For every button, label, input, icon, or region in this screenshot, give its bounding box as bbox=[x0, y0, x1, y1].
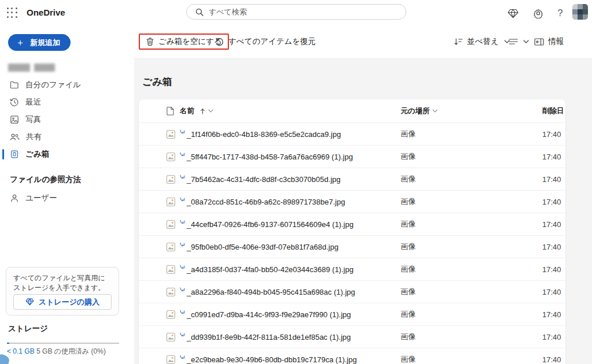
file-name[interactable]: _a8a2296a-f840-494b-b045-95c415a698ac (1… bbox=[180, 287, 401, 296]
shortcut-arrow-icon bbox=[180, 310, 185, 315]
location-column-header[interactable]: 元の場所 bbox=[401, 106, 542, 116]
app-launcher-icon[interactable] bbox=[6, 6, 18, 19]
shortcut-arrow-icon bbox=[180, 265, 185, 270]
original-location: 画像 bbox=[401, 219, 542, 229]
file-name[interactable]: _1f14f06b-edc0-4b18-8369-e5c5e2cadca9.jp… bbox=[180, 129, 401, 139]
shortcut-arrow-icon bbox=[180, 220, 185, 225]
info-panel-button[interactable]: 情報 bbox=[534, 34, 564, 50]
name-header-label: 名前 bbox=[180, 106, 194, 116]
chevron-down-icon bbox=[432, 109, 438, 113]
view-options-button[interactable] bbox=[509, 34, 529, 50]
table-row[interactable]: _5ff447bc-1717-438d-b458-7a6a76ac6969 (1… bbox=[139, 145, 565, 168]
chevron-down-icon bbox=[208, 109, 213, 113]
table-row[interactable]: _a8a2296a-f840-494b-b045-95c415a698ac (1… bbox=[139, 280, 565, 303]
file-name[interactable]: _5ff447bc-1717-438d-b458-7a6a76ac6969 (1… bbox=[180, 152, 401, 161]
search-input[interactable] bbox=[209, 8, 382, 16]
table-row[interactable]: _44cefb47-0926-4fb6-9137-6071564609e4 (1… bbox=[139, 213, 565, 235]
sort-label: 並べ替え bbox=[467, 36, 499, 47]
sidebar-item-label: 自分のファイル bbox=[25, 80, 81, 90]
plus-icon: ＋ bbox=[16, 38, 25, 47]
main-content: ごみ箱 名前 元の場所 削除日 bbox=[134, 58, 592, 364]
clock-icon bbox=[10, 98, 19, 107]
top-bar: OneDrive ? bbox=[0, 0, 592, 28]
table-row[interactable]: _e2c9beab-9e30-49b6-80db-dbb19c7179ca (1… bbox=[139, 348, 565, 364]
table-header: 名前 元の場所 削除日 bbox=[139, 99, 565, 122]
storage-usage-link[interactable]: < 0.1 GB bbox=[7, 347, 35, 355]
people-icon bbox=[10, 132, 20, 142]
sidebar-item-shared[interactable]: 共有 bbox=[0, 128, 134, 146]
sidebar-item-recycle-bin[interactable]: ごみ箱 bbox=[0, 146, 134, 163]
sidebar-item-label: 写真 bbox=[25, 114, 41, 125]
diamond-icon bbox=[25, 298, 34, 306]
shortcut-arrow-icon bbox=[180, 355, 185, 360]
restore-all-button[interactable]: すべてのアイテムを復元 bbox=[210, 34, 320, 50]
file-name[interactable]: _c0991ed7-d9ba-414c-9f93-f9e29ae7f990 (1… bbox=[180, 310, 401, 319]
sidebar-item-users[interactable]: ユーザー bbox=[0, 190, 134, 207]
table-row[interactable]: _a4d3185f-0d37-4fa0-bb50-42e0344c3689 (1… bbox=[139, 258, 565, 280]
table-row[interactable]: _08a72ccd-851c-46b9-a62c-898971738be7.jp… bbox=[139, 190, 565, 213]
chevron-down-icon bbox=[523, 40, 529, 43]
deleted-time: 17:40 bbox=[542, 243, 565, 251]
recycle-bin-icon bbox=[10, 150, 19, 159]
sort-button[interactable]: 並べ替え bbox=[454, 34, 510, 50]
person-icon bbox=[10, 194, 19, 203]
shortcut-arrow-icon bbox=[180, 242, 185, 247]
settings-gear-icon[interactable] bbox=[532, 7, 545, 20]
file-name[interactable]: _44cefb47-0926-4fb6-9137-6071564609e4 (1… bbox=[180, 220, 401, 229]
info-panel-icon bbox=[534, 38, 544, 46]
file-name[interactable]: _dd939b1f-8e9b-442f-811a-581de1ef85ac (1… bbox=[180, 332, 401, 341]
file-name[interactable]: _a4d3185f-0d37-4fa0-bb50-42e0344c3689 (1… bbox=[180, 265, 401, 274]
deleted-header-label: 削除日 bbox=[542, 107, 564, 115]
command-bar: ごみ箱を空にする すべてのアイテムを復元 並べ替え 情報 bbox=[134, 28, 592, 58]
table-row[interactable]: _7b5462ac-4c31-4dfc-8d8f-c3cb3070b05d.jp… bbox=[139, 168, 565, 190]
premium-diamond-icon[interactable] bbox=[506, 7, 519, 20]
file-type-column-icon bbox=[166, 106, 180, 116]
name-column-header[interactable]: 名前 bbox=[180, 106, 401, 116]
original-location: 画像 bbox=[401, 287, 542, 297]
original-location: 画像 bbox=[401, 332, 542, 342]
deleted-time: 17:40 bbox=[542, 265, 565, 274]
shortcut-arrow-icon bbox=[180, 152, 185, 157]
file-name-label: _dd939b1f-8e9b-442f-811a-581de1ef85ac (1… bbox=[187, 333, 351, 341]
original-location: 画像 bbox=[401, 264, 542, 274]
file-name[interactable]: _08a72ccd-851c-46b9-a62c-898971738be7.jp… bbox=[180, 197, 401, 206]
table-row[interactable]: _95fb0eb0-df5e-406e-93df-07eb81f7a68d.jp… bbox=[139, 235, 565, 258]
avatar[interactable] bbox=[572, 4, 588, 20]
image-file-icon bbox=[166, 129, 180, 139]
table-row[interactable]: _dd939b1f-8e9b-442f-811a-581de1ef85ac (1… bbox=[139, 325, 565, 348]
file-name-label: _7b5462ac-4c31-4dfc-8d8f-c3cb3070b05d.jp… bbox=[187, 175, 341, 184]
search-bar[interactable] bbox=[186, 4, 406, 20]
file-name[interactable]: _7b5462ac-4c31-4dfc-8d8f-c3cb3070b05d.jp… bbox=[180, 174, 401, 184]
buy-storage-button[interactable]: ストレージの購入 bbox=[13, 294, 112, 310]
sidebar-item-photos[interactable]: 写真 bbox=[0, 111, 134, 128]
page-title: ごみ箱 bbox=[142, 75, 172, 88]
deleted-time: 17:40 bbox=[542, 198, 565, 206]
table-body: _1f14f06b-edc0-4b18-8369-e5c5e2cadca9.jp… bbox=[139, 122, 565, 364]
deleted-time: 17:40 bbox=[542, 175, 565, 184]
original-location: 画像 bbox=[401, 174, 542, 184]
deleted-time: 17:40 bbox=[542, 153, 565, 161]
table-row[interactable]: _c0991ed7-d9ba-414c-9f93-f9e29ae7f990 (1… bbox=[139, 303, 565, 325]
restore-icon bbox=[215, 38, 224, 46]
add-new-button[interactable]: ＋ 新規追加 bbox=[8, 34, 71, 51]
deleted-time: 17:40 bbox=[542, 220, 565, 229]
sidebar-item-my-files[interactable]: 自分のファイル bbox=[0, 76, 134, 94]
sidebar-item-label: ごみ箱 bbox=[25, 149, 49, 159]
file-name-label: _c0991ed7-d9ba-414c-9f93-f9e29ae7f990 (1… bbox=[187, 310, 351, 319]
file-name[interactable]: _95fb0eb0-df5e-406e-93df-07eb81f7a68d.jp… bbox=[180, 242, 401, 251]
sidebar-item-recent[interactable]: 最近 bbox=[0, 94, 134, 111]
sidebar-item-label: 最近 bbox=[25, 97, 41, 107]
sidebar-nav: 自分のファイル 最近 写真 共有 ごみ箱 ファイルの参照方法 bbox=[0, 76, 134, 207]
table-row[interactable]: _1f14f06b-edc0-4b18-8369-e5c5e2cadca9.jp… bbox=[139, 122, 565, 145]
image-file-icon bbox=[166, 355, 180, 364]
original-location: 画像 bbox=[401, 242, 542, 252]
shortcut-arrow-icon bbox=[180, 197, 185, 202]
deleted-column-header[interactable]: 削除日 bbox=[542, 106, 565, 116]
add-new-label: 新規追加 bbox=[30, 38, 60, 48]
deleted-time: 17:40 bbox=[542, 355, 565, 364]
help-icon[interactable]: ? bbox=[554, 7, 567, 20]
sidebar-item-label: ユーザー bbox=[25, 193, 57, 203]
file-name[interactable]: _e2c9beab-9e30-49b6-80db-dbb19c7179ca (1… bbox=[180, 355, 401, 364]
user-name-redacted bbox=[8, 64, 55, 72]
original-location: 画像 bbox=[401, 196, 542, 207]
